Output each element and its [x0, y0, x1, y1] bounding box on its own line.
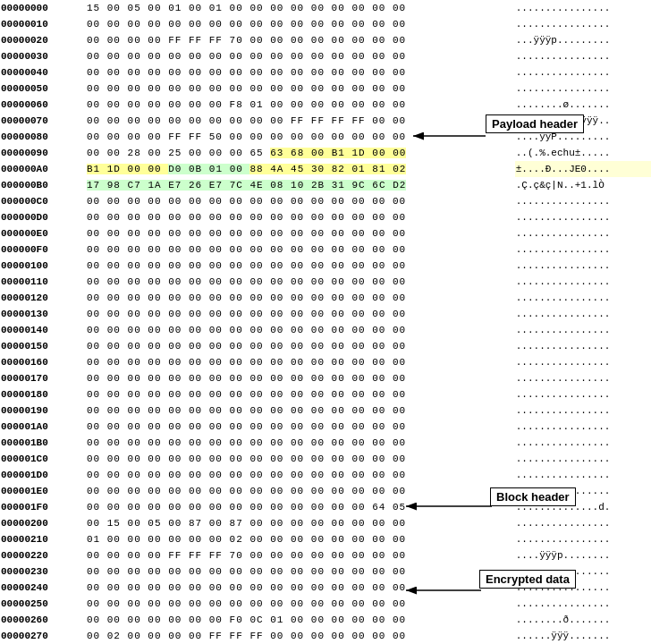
ascii-cell: ......ÿÿÿ.......: [515, 628, 651, 644]
hex-cell: 00 00 00 00 00 00 00 00 00 00 00 00 00 0…: [86, 386, 515, 402]
addr-cell: 00000080: [0, 129, 86, 145]
hex-cell: 00 00 00 00 00 00 00 00 00 00 00 00 00 0…: [86, 64, 515, 80]
ascii-cell: ................: [515, 80, 651, 97]
hex-cell: 00 00 00 00 00 00 00 00 00 00 00 00 00 0…: [86, 402, 515, 419]
hex-cell: 00 00 00 00 00 00 00 00 00 00 00 00 00 0…: [86, 564, 515, 580]
hex-cell: 00 00 00 00 00 00 00 00 00 00 00 00 00 0…: [86, 80, 515, 97]
addr-cell: 000001E0: [0, 483, 86, 499]
table-row: 000001A000 00 00 00 00 00 00 00 00 00 00…: [0, 419, 651, 435]
addr-cell: 00000040: [0, 64, 86, 80]
hex-cell: 00 00 00 00 00 00 00 00 00 00 00 00 00 0…: [86, 354, 515, 370]
addr-cell: 000000C0: [0, 193, 86, 209]
ascii-cell: ................: [515, 467, 651, 483]
addr-cell: 000000F0: [0, 242, 86, 258]
ascii-cell: .Ç.ç&ç|N..+1.lÒ: [515, 177, 651, 193]
table-row: 000000A0B1 1D 00 00 D0 0B 01 00 88 4A 45…: [0, 161, 651, 177]
table-row: 000000D000 00 00 00 00 00 00 00 00 00 00…: [0, 209, 651, 225]
table-row: 0000000015 00 05 00 01 00 01 00 00 00 00…: [0, 0, 651, 16]
addr-cell: 00000010: [0, 16, 86, 32]
table-row: 0000009000 00 28 00 25 00 00 00 65 63 68…: [0, 145, 651, 161]
table-row: 000000E000 00 00 00 00 00 00 00 00 00 00…: [0, 225, 651, 242]
ascii-cell: ................: [515, 209, 651, 225]
table-row: 0000013000 00 00 00 00 00 00 00 00 00 00…: [0, 306, 651, 322]
table-row: 0000017000 00 00 00 00 00 00 00 00 00 00…: [0, 370, 651, 386]
hex-cell: 00 00 00 00 00 00 00 00 00 00 00 00 00 0…: [86, 451, 515, 467]
ascii-cell: ................: [515, 290, 651, 306]
addr-cell: 00000120: [0, 290, 86, 306]
hex-cell: 00 00 28 00 25 00 00 00 65 63 68 00 B1 1…: [86, 145, 515, 161]
ascii-cell: ................: [515, 193, 651, 209]
hex-cell: 00 00 00 00 00 00 00 00 00 00 00 00 00 0…: [86, 274, 515, 290]
addr-cell: 00000090: [0, 145, 86, 161]
hex-cell: B1 1D 00 00 D0 0B 01 00 88 4A 45 30 82 0…: [86, 161, 515, 177]
table-row: 0000025000 00 00 00 00 00 00 00 00 00 00…: [0, 596, 651, 612]
hex-cell: 00 00 00 00 00 00 00 00 00 00 00 00 00 0…: [86, 193, 515, 209]
table-row: 0000003000 00 00 00 00 00 00 00 00 00 00…: [0, 48, 651, 64]
addr-cell: 00000190: [0, 402, 86, 419]
hex-cell: 00 00 00 00 FF FF 50 00 00 00 00 00 00 0…: [86, 129, 515, 145]
hex-cell: 00 00 00 00 00 00 00 00 00 00 00 00 00 0…: [86, 209, 515, 225]
addr-cell: 00000110: [0, 274, 86, 290]
table-row: 0000015000 00 00 00 00 00 00 00 00 00 00…: [0, 338, 651, 354]
hex-cell: 00 00 00 00 00 00 00 00 00 00 00 00 00 0…: [86, 467, 515, 483]
addr-cell: 00000180: [0, 386, 86, 402]
addr-cell: 000001F0: [0, 499, 86, 515]
ascii-cell: ........ø.......: [515, 97, 651, 113]
addr-cell: 00000270: [0, 628, 86, 644]
addr-cell: 00000220: [0, 547, 86, 564]
table-row: 000000C000 00 00 00 00 00 00 00 00 00 00…: [0, 193, 651, 209]
table-row: 0000014000 00 00 00 00 00 00 00 00 00 00…: [0, 322, 651, 338]
table-row: 0000010000 00 00 00 00 00 00 00 00 00 00…: [0, 258, 651, 274]
table-row: 0000016000 00 00 00 00 00 00 00 00 00 00…: [0, 354, 651, 370]
ascii-cell: ................: [515, 225, 651, 242]
addr-cell: 00000150: [0, 338, 86, 354]
encrypted-data-label: Encrypted data: [479, 570, 576, 589]
ascii-cell: ................: [515, 435, 651, 451]
hex-cell: 00 00 00 00 00 00 00 00 00 00 00 00 00 0…: [86, 225, 515, 242]
addr-cell: 00000060: [0, 97, 86, 113]
hex-cell: 00 00 00 00 00 00 00 00 00 00 FF FF FF F…: [86, 113, 515, 129]
addr-cell: 000001D0: [0, 467, 86, 483]
addr-cell: 00000230: [0, 564, 86, 580]
addr-cell: 00000240: [0, 580, 86, 596]
table-row: 0000019000 00 00 00 00 00 00 00 00 00 00…: [0, 402, 651, 419]
hex-cell: 00 00 00 00 00 00 00 00 00 00 00 00 00 0…: [86, 499, 515, 515]
hex-cell: 00 00 00 00 00 00 00 00 00 00 00 00 00 0…: [86, 435, 515, 451]
ascii-cell: ................: [515, 322, 651, 338]
table-row: 0000022000 00 00 00 FF FF FF 70 00 00 00…: [0, 547, 651, 564]
ascii-cell: ....ÿÿÿp........: [515, 547, 651, 564]
table-row: 0000021001 00 00 00 00 00 00 02 00 00 00…: [0, 531, 651, 547]
ascii-cell: ................: [515, 338, 651, 354]
ascii-cell: ...ÿÿÿp.........: [515, 32, 651, 48]
hex-cell: 00 02 00 00 00 00 FF FF FF 00 00 00 00 0…: [86, 628, 515, 644]
table-row: 000001D000 00 00 00 00 00 00 00 00 00 00…: [0, 467, 651, 483]
hex-cell: 00 00 00 00 00 00 00 F0 0C 01 00 00 00 0…: [86, 612, 515, 628]
block-header-label: Block header: [490, 487, 576, 506]
hex-cell: 00 00 00 00 00 00 00 00 00 00 00 00 00 0…: [86, 596, 515, 612]
ascii-cell: ................: [515, 451, 651, 467]
ascii-cell: ................: [515, 274, 651, 290]
addr-cell: 000001B0: [0, 435, 86, 451]
hex-cell: 00 00 00 00 00 00 00 00 00 00 00 00 00 0…: [86, 290, 515, 306]
table-row: 0000001000 00 00 00 00 00 00 00 00 00 00…: [0, 16, 651, 32]
table-row: 0000006000 00 00 00 00 00 00 F8 01 00 00…: [0, 97, 651, 113]
addr-cell: 00000020: [0, 32, 86, 48]
table-row: 000001B000 00 00 00 00 00 00 00 00 00 00…: [0, 435, 651, 451]
addr-cell: 00000170: [0, 370, 86, 386]
addr-cell: 00000070: [0, 113, 86, 129]
addr-cell: 000000D0: [0, 209, 86, 225]
hex-cell: 00 00 00 00 00 00 00 F8 01 00 00 00 00 0…: [86, 97, 515, 113]
ascii-cell: ................: [515, 242, 651, 258]
ascii-cell: ................: [515, 16, 651, 32]
addr-cell: 00000210: [0, 531, 86, 547]
payload-header-label: Payload header: [486, 114, 584, 133]
addr-cell: 000000A0: [0, 161, 86, 177]
hex-table: 0000000015 00 05 00 01 00 01 00 00 00 00…: [0, 0, 651, 644]
ascii-cell: ................: [515, 64, 651, 80]
hex-cell: 00 00 00 00 00 00 00 00 00 00 00 00 00 0…: [86, 338, 515, 354]
ascii-cell: ................: [515, 531, 651, 547]
addr-cell: 00000030: [0, 48, 86, 64]
ascii-cell: ................: [515, 419, 651, 435]
table-row: 0000002000 00 00 00 FF FF FF 70 00 00 00…: [0, 32, 651, 48]
ascii-cell: ................: [515, 596, 651, 612]
